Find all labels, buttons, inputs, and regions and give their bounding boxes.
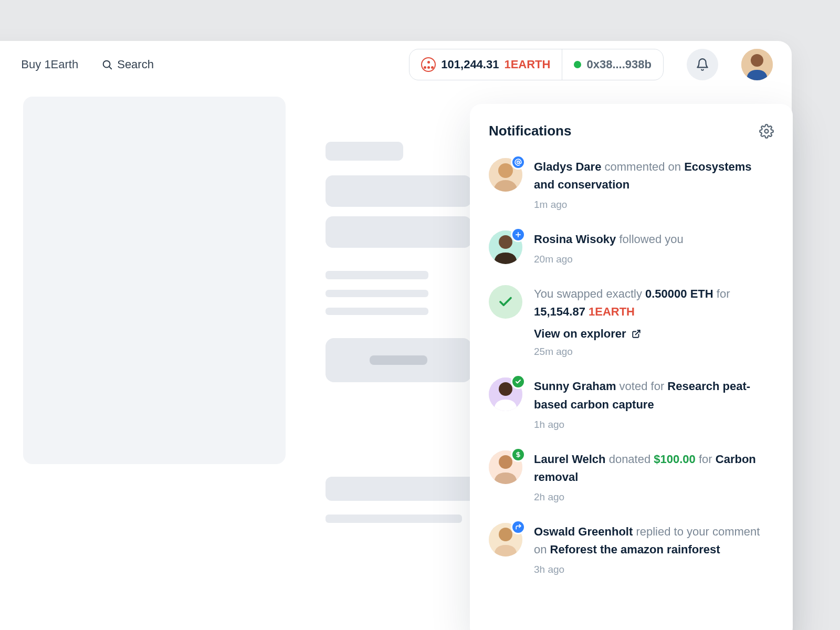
token-icon xyxy=(421,57,436,72)
notif-middle: for xyxy=(699,453,712,466)
notif-action: voted for xyxy=(620,380,665,393)
notif-action: commented on xyxy=(605,160,681,173)
vote-badge-icon xyxy=(511,374,526,389)
swap-to-ticker: 1EARTH xyxy=(589,305,635,318)
notif-user: Laurel Welch xyxy=(534,453,606,466)
reply-badge-icon xyxy=(511,520,526,534)
balance-ticker: 1EARTH xyxy=(504,58,550,71)
content-skeletons xyxy=(326,142,479,523)
swap-middle: for xyxy=(717,287,730,300)
nav-buy-1earth[interactable]: Buy 1Earth xyxy=(21,58,78,71)
user-avatar[interactable] xyxy=(741,49,773,80)
notif-time: 25m ago xyxy=(534,346,774,358)
notif-user: Rosina Wisoky xyxy=(534,233,616,246)
success-icon xyxy=(489,285,522,319)
svg-point-9 xyxy=(499,235,512,249)
notification-item[interactable]: Sunny Graham voted for Research peat-bas… xyxy=(489,377,774,430)
notif-time: 2h ago xyxy=(534,491,774,503)
bell-icon xyxy=(696,58,709,71)
svg-line-12 xyxy=(635,331,639,335)
notif-time: 1h ago xyxy=(534,419,774,430)
notification-item[interactable]: Laurel Welch donated $100.00 for Carbon … xyxy=(489,450,774,503)
svg-point-4 xyxy=(765,129,769,133)
notifications-title: Notifications xyxy=(489,123,571,139)
mention-badge-icon xyxy=(511,155,526,170)
wallet-balance[interactable]: 101,244.31 1EARTH xyxy=(410,49,562,80)
notifications-button[interactable] xyxy=(687,49,718,80)
notification-item[interactable]: Rosina Wisoky followed you 20m ago xyxy=(489,230,774,265)
notif-time: 20m ago xyxy=(534,254,774,265)
view-link-label: View on explorer xyxy=(534,327,626,341)
notif-user: Sunny Graham xyxy=(534,380,616,393)
notif-subject: Reforest the amazon rainforest xyxy=(550,543,720,556)
notif-user: Gladys Dare xyxy=(534,160,601,173)
svg-line-1 xyxy=(109,67,111,69)
nav-search[interactable]: Search xyxy=(101,58,154,71)
svg-point-16 xyxy=(499,455,512,469)
svg-point-3 xyxy=(751,54,763,67)
avatar-image xyxy=(741,49,773,80)
wallet-group: 101,244.31 1EARTH 0x38....938b xyxy=(409,49,664,80)
svg-point-6 xyxy=(498,163,513,178)
search-icon xyxy=(101,59,113,70)
swap-to-amount: 15,154.87 xyxy=(534,305,585,318)
topbar: ects Buy 1Earth Search 101,244.31 1EARTH… xyxy=(0,41,792,88)
svg-point-19 xyxy=(499,528,512,541)
view-on-explorer-link[interactable]: View on explorer xyxy=(534,327,774,341)
svg-point-14 xyxy=(499,382,512,396)
address-text: 0x38....938b xyxy=(586,58,652,71)
notification-item[interactable]: Oswald Greenholt replied to your comment… xyxy=(489,523,774,575)
search-label: Search xyxy=(117,58,154,71)
notif-time: 3h ago xyxy=(534,564,774,575)
balance-amount: 101,244.31 xyxy=(441,58,499,71)
donate-badge-icon xyxy=(511,447,526,462)
gear-icon[interactable] xyxy=(759,124,774,139)
notification-item[interactable]: Gladys Dare commented on Ecosystems and … xyxy=(489,158,774,211)
notif-action: donated xyxy=(609,453,651,466)
notif-user: Oswald Greenholt xyxy=(534,525,633,538)
external-link-icon xyxy=(632,329,641,339)
notif-amount: $100.00 xyxy=(654,453,696,466)
content-card-skeleton xyxy=(23,97,286,464)
wallet-address[interactable]: 0x38....938b xyxy=(562,49,663,80)
swap-prefix: You swapped exactly xyxy=(534,287,642,300)
notifications-popover: Notifications Gladys Dare commented on E… xyxy=(470,104,793,630)
notif-time: 1m ago xyxy=(534,199,774,211)
swap-from-amount: 0.50000 ETH xyxy=(645,287,713,300)
connection-status-icon xyxy=(574,61,581,68)
notification-item[interactable]: You swapped exactly 0.50000 ETH for 15,1… xyxy=(489,285,774,358)
notif-action: followed you xyxy=(619,233,683,246)
follow-badge-icon xyxy=(511,227,526,242)
